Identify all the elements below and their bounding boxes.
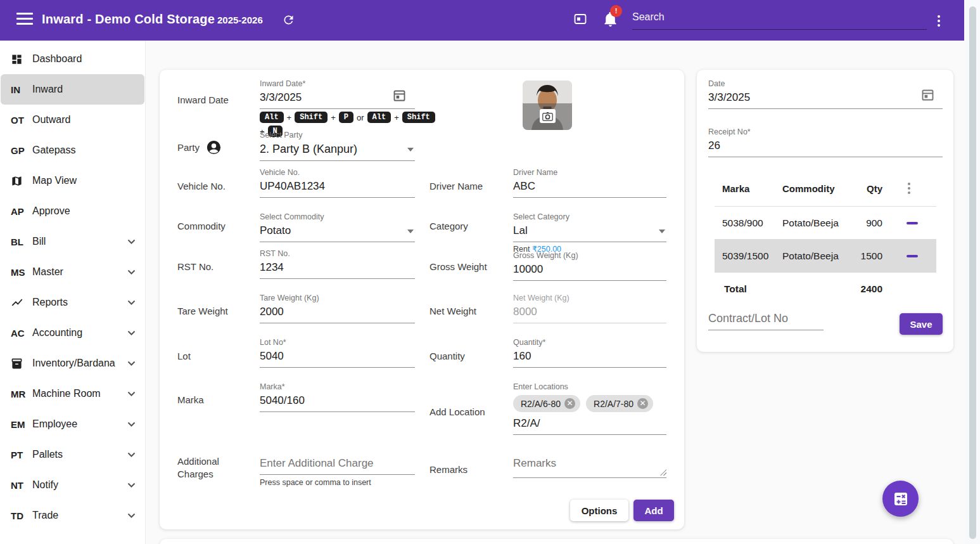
sidebar-item-dashboard[interactable]: Dashboard <box>1 44 144 74</box>
col-header-commodity: Commodity <box>782 183 835 194</box>
sidebar-item-master[interactable]: MS Master <box>1 257 144 287</box>
marka-row-label: Marka <box>177 394 204 405</box>
category-row-label: Category <box>430 221 468 231</box>
receipt-no-field: Receipt No* <box>708 127 943 157</box>
receipt-date-field: Date <box>708 79 943 109</box>
contract-lot-input[interactable] <box>708 312 824 325</box>
remove-row-icon[interactable] <box>907 255 918 257</box>
sidebar-item-notify[interactable]: NT Notify <box>1 470 144 500</box>
remarks-field <box>513 453 666 478</box>
calendar-icon[interactable] <box>393 89 406 102</box>
tare-weight-input[interactable] <box>260 306 415 318</box>
sidebar-item-outward[interactable]: OT Outward <box>1 105 144 135</box>
map-icon <box>11 175 32 187</box>
additional-charge-input[interactable] <box>260 457 415 470</box>
location-chip[interactable]: R2/A/6-80 ✕ <box>513 395 580 412</box>
save-button[interactable]: Save <box>900 313 943 335</box>
rst-field: RST No. <box>260 249 415 279</box>
location-input[interactable] <box>513 417 666 430</box>
receipt-date-input[interactable] <box>708 91 943 104</box>
chevron-down-icon <box>127 452 136 457</box>
sidebar-item-bill[interactable]: BL Bill <box>1 226 144 257</box>
rst-input[interactable] <box>260 261 415 274</box>
driver-row-label: Driver Name <box>430 181 483 191</box>
party-row-label: Party <box>177 139 222 155</box>
sidebar-item-reports[interactable]: Reports <box>1 287 144 318</box>
resize-handle[interactable] <box>660 469 666 476</box>
lot-input[interactable] <box>260 350 415 363</box>
sidebar-item-inward[interactable]: IN Inward <box>1 74 144 105</box>
page-title: Inward - Demo Cold Storage <box>42 12 215 27</box>
more-options-icon[interactable] <box>938 15 940 27</box>
sidebar-item-approve[interactable]: AP Approve <box>1 196 144 226</box>
total-label: Total <box>724 283 747 295</box>
rst-row-label: RST No. <box>177 261 213 272</box>
sidebar-item-inventory-bardana[interactable]: Inventory/Bardana <box>1 348 144 379</box>
scrollbar-thumb[interactable] <box>969 6 976 539</box>
chevron-down-icon <box>127 269 136 275</box>
dropdown-caret-icon <box>407 148 414 152</box>
dashboard-icon <box>11 53 32 65</box>
vehicle-row-label: Vehicle No. <box>177 181 226 191</box>
receipt-no-input[interactable] <box>708 139 943 152</box>
quantity-input[interactable] <box>513 350 666 363</box>
driver-field: Driver Name <box>513 168 666 198</box>
driver-input[interactable] <box>513 180 666 193</box>
vehicle-input[interactable] <box>260 180 415 193</box>
add-button[interactable]: Add <box>633 500 674 521</box>
sidebar-item-trade[interactable]: TD Trade <box>1 500 144 531</box>
contract-lot-field <box>708 308 824 330</box>
total-qty: 2400 <box>839 283 882 295</box>
chip-remove-icon[interactable]: ✕ <box>637 398 648 409</box>
next-section-card <box>160 539 953 544</box>
remove-row-icon[interactable] <box>907 222 918 224</box>
chevron-down-icon <box>127 422 136 427</box>
additional-charges-row-label: Additional Charges <box>177 455 234 481</box>
page-scrollbar[interactable] <box>964 0 980 544</box>
remarks-row-label: Remarks <box>430 464 468 475</box>
marka-input[interactable] <box>260 394 415 407</box>
quantity-field: Quantity* <box>513 338 666 368</box>
sidebar-item-machine-room[interactable]: MR Machine Room <box>1 379 144 409</box>
location-chip[interactable]: R2/A/7-80 ✕ <box>586 395 653 412</box>
options-button[interactable]: Options <box>570 500 628 521</box>
menu-icon[interactable] <box>16 13 33 27</box>
net-weight-input <box>513 306 666 318</box>
account-person-icon[interactable] <box>206 139 222 155</box>
reports-icon <box>11 296 32 309</box>
sidebar-item-map-view[interactable]: Map View <box>1 165 144 196</box>
sidebar-item-pallets[interactable]: PT Pallets <box>1 439 144 470</box>
calendar-icon[interactable] <box>921 88 934 101</box>
gross-weight-field: Gross Weight (Kg) <box>513 251 666 281</box>
refresh-icon[interactable] <box>282 13 295 27</box>
sidebar-item-employee[interactable]: EM Employee <box>1 409 144 439</box>
remarks-input[interactable] <box>513 457 666 470</box>
category-select[interactable]: Select Category Lal Rent ₹250.00 <box>513 212 666 254</box>
financial-year[interactable]: 2025-2026 <box>217 15 263 25</box>
sidebar-item-accounting[interactable]: AC Accounting <box>1 318 144 348</box>
commodity-row-label: Commodity <box>177 221 226 231</box>
camera-icon <box>540 109 556 123</box>
chevron-down-icon <box>127 300 136 305</box>
gross-row-label: Gross Weight <box>430 261 487 272</box>
party-select[interactable]: Select Party 2. Party B (Kanpur) <box>260 131 415 161</box>
sidebar-item-gatepass[interactable]: GP Gatepass <box>1 135 144 165</box>
locations-field: Enter Locations R2/A/6-80 ✕ R2/A/7-80 ✕ <box>513 382 666 435</box>
chevron-down-icon <box>127 391 136 396</box>
net-row-label: Net Weight <box>430 306 476 316</box>
gross-weight-input[interactable] <box>513 263 666 276</box>
inward-date-row-label: Inward Date <box>177 94 229 105</box>
party-photo[interactable] <box>523 81 572 130</box>
chevron-down-icon <box>127 482 136 488</box>
inward-date-input[interactable] <box>260 91 415 104</box>
calculator-fab-button[interactable] <box>882 481 919 517</box>
table-more-options-icon[interactable] <box>908 183 910 194</box>
commodity-select[interactable]: Select Commodity Potato <box>260 212 415 242</box>
col-header-marka: Marka <box>722 183 749 194</box>
search-input[interactable] <box>632 9 927 30</box>
app-window-icon[interactable] <box>574 13 587 25</box>
calculator-icon <box>893 491 909 507</box>
col-header-qty: Qty <box>846 183 882 194</box>
dropdown-caret-icon <box>659 230 665 233</box>
chip-remove-icon[interactable]: ✕ <box>564 398 575 409</box>
